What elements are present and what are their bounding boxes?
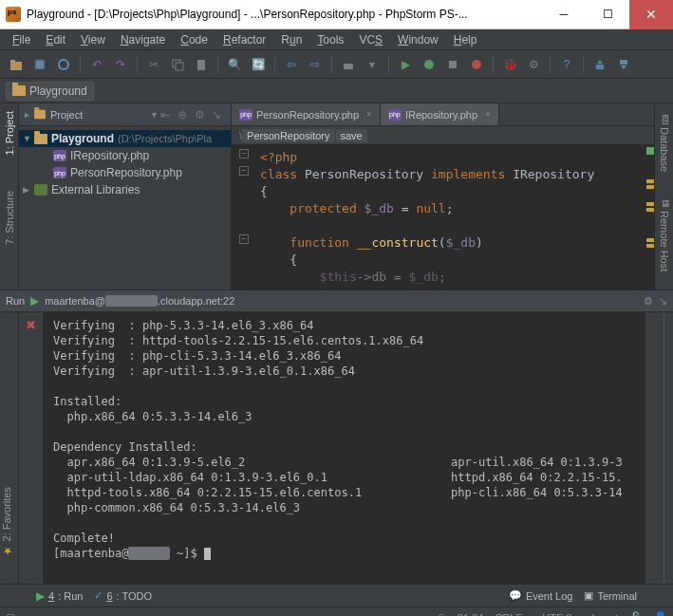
- menu-help[interactable]: Help: [447, 31, 484, 48]
- bottom-tab-eventlog[interactable]: 💬 Event Log: [509, 589, 573, 602]
- upload-icon[interactable]: [589, 54, 610, 75]
- expand-arrow-icon[interactable]: ▶: [23, 185, 30, 195]
- menu-file[interactable]: File: [6, 31, 37, 48]
- tool-database[interactable]: 🗄 Database: [659, 111, 670, 176]
- menu-tools[interactable]: Tools: [310, 31, 350, 48]
- folder-icon: [34, 134, 47, 144]
- close-tab-icon[interactable]: ×: [485, 109, 491, 120]
- status-encoding[interactable]: UTF-8 ÷: [542, 612, 580, 617]
- run-console[interactable]: Verifying : php-5.3.3-14.el6_3.x86_64 Ve…: [44, 312, 645, 584]
- tree-file[interactable]: php IRepository.php: [19, 147, 231, 164]
- tool-project[interactable]: 1: Project: [4, 107, 15, 159]
- readonly-lock-icon[interactable]: 🔓: [629, 611, 643, 616]
- editor-breadcrumb[interactable]: \PersonRepositorysave: [232, 126, 654, 145]
- save-all-icon[interactable]: [29, 54, 50, 75]
- sync-icon[interactable]: [53, 54, 74, 75]
- cut-icon[interactable]: ✂: [143, 54, 164, 75]
- svg-rect-6: [197, 60, 205, 70]
- code-editor[interactable]: − <?php − class PersonRepository impleme…: [232, 145, 654, 289]
- tool-favorites[interactable]: ★ 2: Favorites: [0, 483, 12, 561]
- svg-rect-12: [620, 60, 627, 65]
- menu-vcs[interactable]: VCS: [352, 31, 389, 48]
- minimize-button[interactable]: ─: [542, 0, 586, 29]
- hide-icon[interactable]: ↘: [659, 295, 667, 308]
- coverage-icon[interactable]: [442, 54, 463, 75]
- close-tab-icon[interactable]: ×: [366, 109, 372, 120]
- tree-root-label: Playground: [51, 132, 114, 145]
- php-file-icon: php: [239, 109, 252, 121]
- target-icon[interactable]: ⊕: [178, 108, 191, 121]
- forward-icon[interactable]: ⇨: [305, 54, 326, 75]
- settings-icon[interactable]: ⚙: [523, 54, 544, 75]
- menu-window[interactable]: Window: [391, 31, 445, 48]
- progress-icon[interactable]: ⟳: [438, 611, 446, 616]
- fold-icon[interactable]: −: [239, 149, 249, 159]
- undo-icon[interactable]: ↶: [86, 54, 107, 75]
- expand-arrow-icon[interactable]: ▼: [23, 134, 30, 143]
- redo-icon[interactable]: ↷: [110, 54, 131, 75]
- debug-icon[interactable]: [419, 54, 439, 75]
- crumb-class[interactable]: PersonRepository: [242, 129, 334, 142]
- run-icon[interactable]: ▶: [395, 54, 416, 75]
- gear-icon[interactable]: ⚙: [195, 108, 208, 121]
- stop-icon[interactable]: [466, 54, 487, 75]
- status-insert[interactable]: Insert: [591, 612, 618, 617]
- panel-title: Project: [50, 109, 148, 121]
- bottom-tab-terminal[interactable]: ▣ Terminal: [584, 589, 637, 602]
- tree-external-libs[interactable]: ▶ External Libraries: [19, 181, 231, 198]
- tab-label: PersonRepository.php: [256, 109, 359, 121]
- find-icon[interactable]: 🔍: [224, 54, 245, 75]
- menu-code[interactable]: Code: [174, 31, 215, 48]
- help-icon[interactable]: ?: [556, 54, 577, 75]
- status-caret[interactable]: 21:34: [458, 612, 484, 617]
- breadcrumb-label: Playground: [29, 84, 87, 98]
- open-file-icon[interactable]: [6, 54, 27, 75]
- tool-remote-host[interactable]: 🖥 Remote Host: [659, 195, 670, 275]
- crumb-method[interactable]: save: [336, 129, 367, 142]
- listen-debug-icon[interactable]: 🐞: [499, 54, 520, 75]
- bottom-tab-run[interactable]: ▶4: Run: [36, 589, 83, 603]
- tree-file[interactable]: php PersonRepository.php: [19, 164, 231, 181]
- fold-icon[interactable]: −: [239, 234, 249, 244]
- bottom-tab-todo[interactable]: ✓6: TODO: [94, 589, 152, 602]
- gear-icon[interactable]: ⚙: [644, 295, 653, 308]
- menu-refactor[interactable]: Refactor: [216, 31, 272, 48]
- hector-icon[interactable]: 👤: [654, 611, 667, 616]
- scrollbar[interactable]: [664, 312, 673, 584]
- svg-point-3: [59, 60, 68, 69]
- tree-file-label: PersonRepository.php: [70, 166, 182, 179]
- breadcrumb[interactable]: Playground: [6, 82, 94, 101]
- run-host: maartenba@xxxxxxxxxx.cloudapp.net:22: [45, 295, 234, 307]
- hide-icon[interactable]: ↘: [212, 108, 225, 121]
- dropdown-icon[interactable]: ▾: [362, 54, 383, 75]
- maximize-button[interactable]: ☐: [586, 0, 629, 29]
- copy-icon[interactable]: [167, 54, 188, 75]
- close-icon[interactable]: ✖: [26, 318, 36, 332]
- back-icon[interactable]: ⇦: [281, 54, 302, 75]
- run-header-label: Run: [6, 295, 25, 307]
- close-button[interactable]: ✕: [629, 0, 673, 29]
- status-eol[interactable]: CRLF ÷: [495, 612, 531, 617]
- collapse-icon[interactable]: ⇤: [160, 108, 174, 121]
- chevron-down-icon[interactable]: ▾: [152, 109, 157, 120]
- fold-icon[interactable]: −: [239, 166, 249, 176]
- download-icon[interactable]: [613, 54, 634, 75]
- statusbar: ▢ ⟳ 21:34 CRLF ÷ UTF-8 ÷ Insert 🔓 👤: [0, 607, 673, 616]
- build-icon[interactable]: [338, 54, 359, 75]
- php-file-icon: php: [53, 150, 66, 161]
- status-toggle-icon[interactable]: ▢: [6, 611, 15, 616]
- paste-icon[interactable]: [191, 54, 212, 75]
- editor-tabs: php PersonRepository.php × php IReposito…: [232, 103, 654, 126]
- menu-navigate[interactable]: Navigate: [114, 31, 172, 48]
- tab-irepository[interactable]: php IRepository.php ×: [381, 103, 499, 125]
- window-titlebar: Playground - [D:\Projects\Php\Playground…: [0, 0, 673, 29]
- tree-root[interactable]: ▼ Playground (D:\Projects\Php\Pla: [19, 130, 231, 147]
- replace-icon[interactable]: 🔄: [248, 54, 269, 75]
- menu-view[interactable]: View: [74, 31, 112, 48]
- tool-structure[interactable]: 7: Structure: [4, 187, 15, 249]
- menu-edit[interactable]: Edit: [39, 31, 72, 48]
- menu-run[interactable]: Run: [274, 31, 308, 48]
- panel-menu-icon[interactable]: ▸: [25, 109, 29, 120]
- svg-point-10: [472, 60, 481, 69]
- tab-person-repository[interactable]: php PersonRepository.php ×: [232, 103, 381, 125]
